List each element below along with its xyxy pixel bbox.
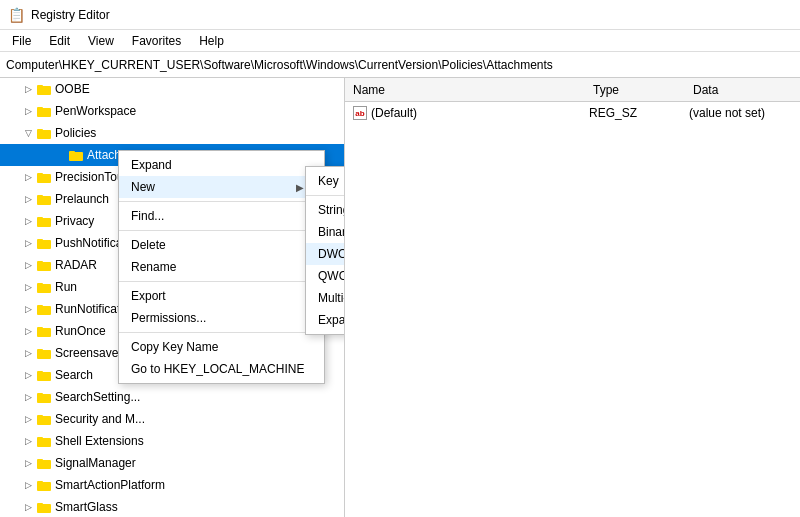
tree-item-penworkspace[interactable]: ▷ PenWorkspace bbox=[0, 100, 344, 122]
menu-favorites[interactable]: Favorites bbox=[124, 32, 189, 50]
tree-label: SmartGlass bbox=[55, 500, 118, 514]
expand-icon: ▷ bbox=[20, 301, 36, 317]
tree-label: Shell Extensions bbox=[55, 434, 144, 448]
tree-item-shellextensions[interactable]: ▷ Shell Extensions bbox=[0, 430, 344, 452]
expand-icon: ▷ bbox=[20, 499, 36, 515]
svg-rect-37 bbox=[37, 481, 43, 484]
expand-icon: ▷ bbox=[20, 279, 36, 295]
title-bar: 📋 Registry Editor bbox=[0, 0, 800, 30]
svg-rect-5 bbox=[37, 129, 43, 132]
submenu-dword[interactable]: DWORD (32-bit) Value bbox=[306, 243, 345, 265]
tree-item-smartactionplatform[interactable]: ▷ SmartActionPlatform bbox=[0, 474, 344, 496]
tree-item-securityandm[interactable]: ▷ Security and M... bbox=[0, 408, 344, 430]
address-path: Computer\HKEY_CURRENT_USER\Software\Micr… bbox=[6, 58, 553, 72]
svg-rect-29 bbox=[37, 393, 43, 396]
folder-icon bbox=[36, 192, 52, 206]
svg-rect-35 bbox=[37, 459, 43, 462]
menu-file[interactable]: File bbox=[4, 32, 39, 50]
submenu-qword[interactable]: QWORD (64-bit) Value bbox=[306, 265, 345, 287]
expand-icon: ▷ bbox=[20, 103, 36, 119]
tree-label: Run bbox=[55, 280, 77, 294]
tree-label: Prelaunch bbox=[55, 192, 109, 206]
data-row-default[interactable]: ab (Default) REG_SZ (value not set) bbox=[345, 102, 800, 124]
svg-rect-15 bbox=[37, 239, 43, 242]
tree-label: PenWorkspace bbox=[55, 104, 136, 118]
svg-rect-39 bbox=[37, 503, 43, 506]
expand-icon: ▷ bbox=[20, 323, 36, 339]
header-type[interactable]: Type bbox=[589, 83, 689, 97]
tree-item-signalmanager[interactable]: ▷ SignalManager bbox=[0, 452, 344, 474]
folder-icon bbox=[36, 82, 52, 96]
svg-rect-17 bbox=[37, 261, 43, 264]
submenu-new: Key String Value Binary Value DWORD (32-… bbox=[305, 166, 345, 335]
folder-icon bbox=[36, 170, 52, 184]
tree-label: RunOnce bbox=[55, 324, 106, 338]
tree-item-oobe[interactable]: ▷ OOBE bbox=[0, 78, 344, 100]
tree-item-policies[interactable]: ▽ Policies bbox=[0, 122, 344, 144]
svg-rect-11 bbox=[37, 195, 43, 198]
svg-rect-13 bbox=[37, 217, 43, 220]
submenu-expandable[interactable]: Expandable String Value bbox=[306, 309, 345, 331]
reg-ab-icon: ab bbox=[353, 106, 367, 120]
data-value-name: (Default) bbox=[371, 106, 417, 120]
expand-icon: ▷ bbox=[20, 367, 36, 383]
folder-icon bbox=[36, 500, 52, 514]
ctx-rename[interactable]: Rename bbox=[119, 256, 324, 278]
submenu-multistring[interactable]: Multi-String Value bbox=[306, 287, 345, 309]
ctx-new[interactable]: New ▶ bbox=[119, 176, 324, 198]
svg-rect-31 bbox=[37, 415, 43, 418]
menu-edit[interactable]: Edit bbox=[41, 32, 78, 50]
tree-label: OOBE bbox=[55, 82, 90, 96]
tree-panel[interactable]: ▷ OOBE ▷ PenWorkspace ▽ Policies bbox=[0, 78, 345, 517]
expand-icon: ▷ bbox=[20, 345, 36, 361]
tree-label: Security and M... bbox=[55, 412, 145, 426]
data-cell-type: REG_SZ bbox=[589, 106, 689, 120]
folder-icon bbox=[36, 434, 52, 448]
ctx-permissions[interactable]: Permissions... bbox=[119, 307, 324, 329]
ctx-sep-1 bbox=[119, 201, 324, 202]
ctx-export[interactable]: Export bbox=[119, 285, 324, 307]
svg-rect-1 bbox=[37, 85, 43, 88]
svg-rect-19 bbox=[37, 283, 43, 286]
header-name[interactable]: Name bbox=[349, 83, 589, 97]
folder-icon bbox=[36, 368, 52, 382]
submenu-key[interactable]: Key bbox=[306, 170, 345, 192]
folder-icon bbox=[36, 126, 52, 140]
ctx-find[interactable]: Find... bbox=[119, 205, 324, 227]
expand-icon: ▷ bbox=[20, 257, 36, 273]
expand-icon: ▷ bbox=[20, 235, 36, 251]
menu-view[interactable]: View bbox=[80, 32, 122, 50]
tree-label: Search bbox=[55, 368, 93, 382]
menu-bar: File Edit View Favorites Help bbox=[0, 30, 800, 52]
svg-rect-27 bbox=[37, 371, 43, 374]
expand-icon: ▷ bbox=[20, 389, 36, 405]
expand-icon: ▷ bbox=[20, 213, 36, 229]
ctx-gotohklm[interactable]: Go to HKEY_LOCAL_MACHINE bbox=[119, 358, 324, 380]
tree-label: SearchSetting... bbox=[55, 390, 140, 404]
ctx-expand[interactable]: Expand bbox=[119, 154, 324, 176]
submenu-binary[interactable]: Binary Value bbox=[306, 221, 345, 243]
svg-rect-7 bbox=[69, 151, 75, 154]
ctx-delete[interactable]: Delete bbox=[119, 234, 324, 256]
svg-rect-21 bbox=[37, 305, 43, 308]
folder-icon bbox=[36, 390, 52, 404]
expand-icon: ▷ bbox=[20, 455, 36, 471]
svg-rect-25 bbox=[37, 349, 43, 352]
folder-icon bbox=[36, 104, 52, 118]
folder-icon bbox=[36, 280, 52, 294]
expand-icon: ▷ bbox=[20, 81, 36, 97]
menu-help[interactable]: Help bbox=[191, 32, 232, 50]
submenu-sep bbox=[306, 195, 345, 196]
ctx-copykeyname[interactable]: Copy Key Name bbox=[119, 336, 324, 358]
tree-item-searchsettings[interactable]: ▷ SearchSetting... bbox=[0, 386, 344, 408]
tree-item-smartglass[interactable]: ▷ SmartGlass bbox=[0, 496, 344, 517]
svg-rect-9 bbox=[37, 173, 43, 176]
expand-icon bbox=[52, 147, 68, 163]
expand-icon: ▷ bbox=[20, 191, 36, 207]
context-menu: Expand New ▶ Find... Delete Rename Expor… bbox=[118, 150, 325, 384]
svg-rect-3 bbox=[37, 107, 43, 110]
ctx-sep-3 bbox=[119, 281, 324, 282]
submenu-string[interactable]: String Value bbox=[306, 199, 345, 221]
header-data[interactable]: Data bbox=[689, 83, 796, 97]
expand-icon: ▷ bbox=[20, 477, 36, 493]
